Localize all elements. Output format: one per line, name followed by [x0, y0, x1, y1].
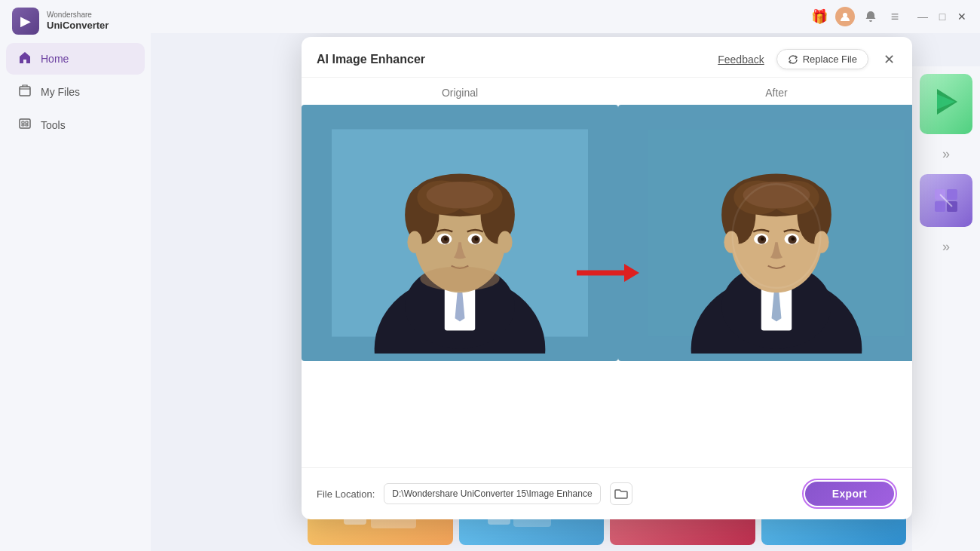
window-controls: — □ ✕	[917, 11, 968, 23]
svg-point-57	[724, 231, 738, 253]
right-arrow-2[interactable]: »	[936, 233, 956, 261]
modal-close-button[interactable]: ✕	[880, 51, 897, 68]
export-button-wrapper: Export	[802, 479, 897, 509]
original-panel: Original	[302, 78, 618, 460]
tools-icon	[18, 117, 32, 133]
after-label: After	[765, 78, 788, 105]
right-panel: » »	[912, 66, 980, 551]
modal-header: AI Image Enhancer Feedback Replace File …	[302, 37, 912, 78]
product-name: UniConverter	[47, 20, 109, 32]
svg-point-33	[407, 231, 421, 253]
svg-point-35	[420, 267, 499, 291]
home-icon	[18, 51, 32, 67]
promo-banner-2	[920, 174, 972, 227]
svg-rect-4	[26, 121, 28, 124]
transform-arrow	[573, 260, 641, 286]
titlebar: ▶ Wondershare UniConverter 🎁 ≡ — □ ✕	[0, 0, 980, 33]
replace-file-button[interactable]: Replace File	[776, 49, 868, 69]
gift-icon[interactable]: 🎁	[811, 8, 828, 25]
close-button[interactable]: ✕	[956, 11, 968, 23]
hamburger-icon[interactable]: ≡	[887, 8, 903, 25]
svg-point-55	[761, 237, 764, 241]
svg-rect-2	[20, 119, 30, 128]
svg-rect-6	[26, 124, 28, 126]
svg-point-56	[791, 237, 795, 241]
after-image	[618, 105, 912, 361]
sidebar: Home My Files Tools	[0, 0, 151, 551]
modal-header-right: Feedback Replace File ✕	[718, 49, 897, 69]
file-location-select[interactable]: D:\Wondershare UniConverter 15\Image Enh…	[384, 483, 601, 504]
svg-rect-3	[22, 121, 24, 124]
sidebar-item-tools-label: Tools	[41, 119, 66, 131]
file-location-label: File Location:	[317, 488, 375, 500]
myfiles-icon	[18, 84, 32, 100]
folder-browse-button[interactable]	[610, 482, 632, 505]
sidebar-item-myfiles-label: My Files	[41, 86, 80, 98]
right-arrow-1[interactable]: »	[936, 140, 956, 168]
svg-point-58	[814, 231, 828, 253]
minimize-button[interactable]: —	[917, 11, 929, 23]
ai-image-enhancer-modal: AI Image Enhancer Feedback Replace File …	[302, 37, 912, 519]
promo-banner-1	[920, 74, 972, 134]
svg-rect-10	[947, 189, 957, 200]
svg-point-34	[498, 231, 512, 253]
sidebar-item-tools[interactable]: Tools	[6, 109, 145, 141]
modal-title: AI Image Enhancer	[317, 53, 425, 66]
svg-rect-5	[22, 124, 24, 126]
svg-point-50	[743, 182, 810, 209]
svg-marker-37	[624, 264, 639, 282]
logo-icon: ▶	[12, 8, 39, 35]
logo-text: Wondershare UniConverter	[47, 11, 109, 32]
after-panel: After	[618, 78, 912, 460]
logo-area: ▶ Wondershare UniConverter	[0, 0, 151, 41]
modal-footer: File Location: D:\Wondershare UniConvert…	[302, 467, 912, 519]
svg-point-26	[426, 182, 493, 209]
compare-area: Original	[302, 78, 912, 467]
user-avatar[interactable]	[835, 7, 855, 26]
titlebar-icons: 🎁 ≡ — □ ✕	[811, 7, 968, 26]
svg-rect-11	[935, 201, 945, 212]
replace-file-label: Replace File	[803, 54, 857, 65]
sidebar-item-home[interactable]: Home	[6, 43, 145, 75]
original-image	[302, 105, 618, 361]
brand-name: Wondershare	[47, 11, 109, 20]
main-content: » » MP4 1GK 100MB	[151, 33, 980, 551]
modal-overlay: AI Image Enhancer Feedback Replace File …	[302, 33, 912, 476]
original-label: Original	[442, 78, 478, 105]
feedback-link[interactable]: Feedback	[718, 54, 764, 66]
bell-icon[interactable]	[862, 8, 879, 25]
svg-point-32	[474, 237, 478, 241]
sidebar-item-myfiles[interactable]: My Files	[6, 76, 145, 108]
export-button[interactable]: Export	[805, 482, 894, 506]
svg-point-31	[444, 237, 448, 241]
sidebar-item-home-label: Home	[41, 53, 69, 65]
maximize-button[interactable]: □	[936, 11, 948, 23]
svg-rect-1	[20, 87, 30, 96]
